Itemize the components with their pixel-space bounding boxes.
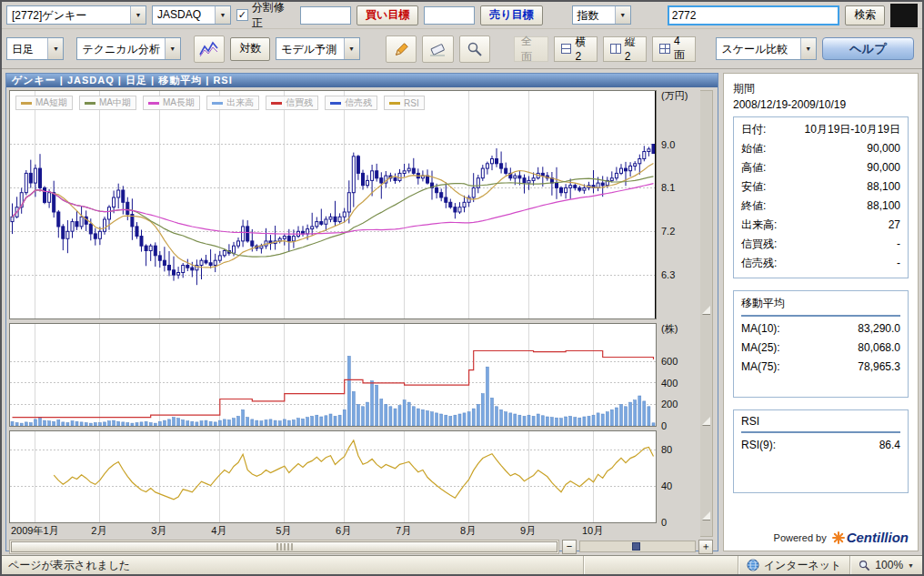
- model-forecast-combo[interactable]: モデル予測 ▼: [276, 37, 359, 60]
- quote-value: 88,100: [867, 177, 900, 197]
- zoom-tool-button[interactable]: [459, 35, 491, 63]
- chart-legend: MA短期MA中期MA長期出来高信買残信売残RSI: [15, 96, 425, 110]
- line-chart-icon[interactable]: [194, 35, 226, 63]
- zoom-slider-thumb[interactable]: [632, 542, 640, 551]
- layout-full-button[interactable]: 全面: [514, 36, 548, 62]
- search-button[interactable]: 検索: [845, 5, 885, 25]
- pen-icon: [393, 41, 409, 57]
- centillion-logo: Centillion: [832, 530, 909, 545]
- y-axis-label: 0: [661, 517, 667, 528]
- pane-gutter: [700, 90, 713, 537]
- scrollbar-track[interactable]: [9, 540, 559, 554]
- chevron-down-icon[interactable]: ▼: [800, 38, 816, 59]
- quote-label: 出来高:: [741, 216, 777, 235]
- chevron-down-icon[interactable]: ▼: [130, 6, 146, 24]
- log-scale-button[interactable]: 対数: [230, 37, 270, 61]
- quote-value: 27: [889, 216, 900, 235]
- zoom-control[interactable]: 100% ▼: [849, 556, 922, 574]
- symbol-combo[interactable]: [2772]ゲンキー ▼: [6, 5, 146, 25]
- legend-label: MA長期: [163, 96, 195, 109]
- sell-target-input[interactable]: [424, 6, 475, 25]
- period-combo[interactable]: 日足 ▼: [6, 37, 64, 60]
- market-combo[interactable]: JASDAQ ▼: [152, 5, 231, 25]
- scrollbar-grip: [276, 543, 293, 551]
- legend-chip[interactable]: MA長期: [143, 96, 200, 110]
- pen-tool-button[interactable]: [386, 35, 417, 63]
- ma-label: MA(10):: [741, 319, 780, 339]
- zoom-in-button[interactable]: ＋: [698, 540, 713, 554]
- zoom-level-value: 100%: [875, 559, 903, 571]
- ma-value: 80,068.0: [858, 339, 900, 358]
- quote-value: 90,000: [867, 158, 900, 177]
- technical-combo-value: テクニカル分析: [77, 38, 164, 59]
- split-adjust-label: 分割修正: [252, 0, 295, 31]
- legend-label: RSI: [404, 98, 419, 108]
- x-axis-label: 10月: [582, 524, 603, 538]
- chart-body: MA短期MA中期MA長期出来高信買残信売残RSI 2009年1月2月3月4月5月…: [6, 87, 718, 557]
- zoom-level-icon: [859, 560, 870, 571]
- info-panel: 期間 2008/12/19-2009/10/19 日付:10月19日-10月19…: [723, 73, 919, 551]
- scale-compare-combo[interactable]: スケール比較 ▼: [716, 37, 816, 60]
- legend-swatch-icon: [330, 102, 341, 105]
- pane-resize-handle[interactable]: [702, 417, 710, 425]
- legend-chip[interactable]: 出来高: [206, 96, 259, 110]
- layout-h2-button[interactable]: 横2: [554, 36, 598, 62]
- period-combo-value: 日足: [7, 38, 47, 59]
- index-combo[interactable]: 指数 ▼: [572, 5, 631, 25]
- split-vertical-icon: [610, 44, 621, 54]
- chart-header: ゲンキー | JASDAQ | 日足 | 移動平均 | RSI: [6, 74, 718, 87]
- chevron-down-icon[interactable]: ▼: [215, 6, 230, 24]
- rsi-pane[interactable]: [9, 430, 657, 523]
- eraser-icon: [428, 41, 447, 57]
- chevron-down-icon[interactable]: ▼: [165, 38, 180, 59]
- legend-chip[interactable]: MA中期: [79, 96, 136, 110]
- candlestick-chart[interactable]: [10, 91, 656, 318]
- layout-4-button[interactable]: 4面: [652, 36, 696, 62]
- pane-resize-handle[interactable]: [702, 511, 710, 520]
- pane-resize-handle[interactable]: [702, 306, 710, 314]
- sell-target-button[interactable]: 売り目標: [480, 5, 542, 25]
- scrollbar-thumb[interactable]: [11, 541, 557, 552]
- scale-compare-value: スケール比較: [717, 38, 799, 59]
- technical-combo[interactable]: テクニカル分析 ▼: [76, 37, 180, 60]
- x-axis-label: 4月: [211, 524, 226, 538]
- chevron-down-icon[interactable]: ▼: [615, 6, 630, 24]
- eraser-tool-button[interactable]: [422, 35, 454, 63]
- chevron-down-icon[interactable]: ▼: [344, 38, 359, 59]
- volume-chart[interactable]: [10, 324, 656, 426]
- price-pane[interactable]: MA短期MA中期MA長期出来高信買残信売残RSI: [9, 90, 657, 319]
- layout-v2-button[interactable]: 縦2: [603, 36, 647, 62]
- centillion-star-icon: [832, 531, 845, 544]
- legend-chip[interactable]: 信売残: [325, 96, 377, 110]
- legend-chip[interactable]: MA短期: [15, 96, 73, 110]
- chart-plots: MA短期MA中期MA長期出来高信買残信売残RSI 2009年1月2月3月4月5月…: [9, 90, 657, 537]
- checkbox-check-icon[interactable]: ✓: [236, 9, 248, 21]
- zoom-slider-track[interactable]: [579, 541, 696, 552]
- chevron-down-icon[interactable]: ▼: [908, 562, 914, 569]
- buy-target-button[interactable]: 買い目標: [357, 5, 418, 25]
- y-axis-label: 80: [661, 444, 672, 455]
- x-axis-label: 6月: [336, 524, 351, 538]
- line-chart-glyph: [199, 41, 219, 57]
- legend-label: 信買残: [286, 96, 313, 109]
- powered-by: Powered by Centillion: [733, 524, 909, 545]
- status-message: ページが表示されました: [2, 556, 583, 574]
- legend-chip[interactable]: RSI: [384, 96, 425, 110]
- code-input[interactable]: [668, 5, 840, 25]
- legend-chip[interactable]: 信買残: [266, 96, 318, 110]
- volume-pane[interactable]: [9, 323, 657, 427]
- legend-swatch-icon: [148, 102, 159, 105]
- quote-row: 安値:88,100: [741, 177, 900, 197]
- security-zone[interactable]: インターネット: [738, 556, 850, 574]
- buy-target-input[interactable]: [300, 6, 351, 25]
- zoom-out-button[interactable]: −: [562, 540, 577, 554]
- split-horizontal-icon: [561, 44, 572, 54]
- rsi-chart[interactable]: [10, 431, 656, 522]
- centillion-brand-text: Centillion: [847, 530, 909, 545]
- split-adjust-checkbox[interactable]: ✓ 分割修正: [236, 0, 295, 31]
- quote-value: -: [897, 254, 900, 273]
- symbol-combo-value: [2772]ゲンキー: [7, 6, 130, 24]
- chevron-down-icon[interactable]: ▼: [47, 38, 63, 59]
- help-button[interactable]: ヘルプ: [822, 37, 914, 60]
- split-quad-icon: [659, 44, 670, 54]
